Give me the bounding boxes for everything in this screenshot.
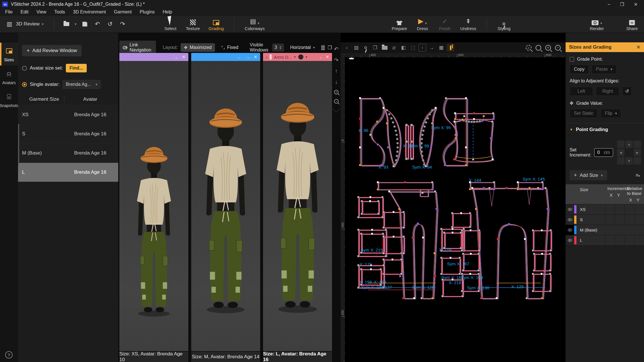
dress-button[interactable]: ▶▾ Dress [413, 16, 432, 32]
restore-button[interactable]: ❐ [620, 2, 624, 7]
zoom-out-icon[interactable]: − [334, 99, 339, 104]
add-size-button[interactable]: +Add Size▾ [570, 170, 607, 180]
layout-maximized-button[interactable]: ✥ Maximized [181, 43, 215, 52]
menu-view[interactable]: View [33, 9, 50, 15]
avatar-viewport-xs[interactable] [119, 61, 188, 351]
align-left-button[interactable]: Left [570, 87, 593, 96]
history-button[interactable]: ↺ [106, 20, 114, 28]
zoom-out-2d-icon[interactable]: − [555, 45, 561, 51]
avatar-thumb-icon[interactable] [298, 54, 303, 60]
grade-point-checkbox[interactable] [570, 57, 574, 62]
menu-plugins[interactable]: Plugins [136, 9, 158, 15]
styling-button[interactable]: Styling [495, 16, 513, 32]
orbit-right-icon[interactable]: ↷ [334, 57, 339, 64]
nudge-left-button[interactable]: ◀ [617, 149, 625, 156]
measure-icon[interactable] [270, 54, 272, 60]
table-scrollbar[interactable] [18, 124, 19, 164]
align-right-button[interactable]: Right [596, 87, 619, 96]
mode-selector[interactable]: ▥ 3D Review▾ [3, 18, 46, 30]
arrow-left-icon[interactable]: ← [319, 55, 323, 60]
window-title-dropdown[interactable]: Arms D... [274, 55, 292, 60]
sidebar-item-avatars[interactable]: ⍾ Avatars [0, 66, 18, 88]
visibility-eye-icon[interactable] [566, 215, 574, 225]
table-row-m-base[interactable]: M (Base)Brenda Age 16 [18, 143, 118, 163]
orientation-select[interactable]: Horizontal▾ [287, 43, 318, 52]
open-folder-button[interactable] [62, 20, 71, 28]
menu-file[interactable]: File [2, 9, 16, 15]
share-button[interactable]: sz Share [623, 16, 641, 32]
arrow-left-icon[interactable]: ← [237, 55, 241, 60]
collapse-section-icon[interactable]: ▼ [570, 128, 573, 132]
window-icon[interactable]: ❒ [371, 44, 379, 52]
menu-tools[interactable]: Tools [51, 9, 68, 15]
avatar-viewport-l[interactable] [263, 61, 332, 351]
set-static-button[interactable]: Set Static [570, 109, 598, 118]
marquee-icon[interactable]: ⬚ [409, 44, 417, 52]
size-list-menu-icon[interactable]: ≡▾ [636, 173, 640, 178]
arrow-mode-icon[interactable]: → [428, 44, 436, 52]
pin-tool-icon[interactable] [362, 44, 370, 52]
nudge-down-button[interactable]: ▼ [625, 157, 633, 165]
menu-3d-environment[interactable]: 3D Environment [70, 9, 109, 15]
nudge-up-button[interactable]: ▲ [625, 141, 633, 148]
half-shade-icon[interactable]: ◧ [400, 44, 407, 52]
zoom-area-icon[interactable]: ⌕ [526, 45, 532, 51]
colorways-button[interactable]: ▤▾ Colorways [242, 16, 267, 32]
close-window-icon[interactable]: ✕ [325, 54, 329, 60]
flip-button[interactable]: Flip▾ [600, 109, 621, 118]
help-button[interactable]: ? [5, 351, 13, 359]
ruler-tool-icon[interactable] [447, 44, 455, 52]
arrow-right-icon[interactable]: → [245, 55, 250, 60]
add-review-window-button[interactable]: + Add Review Window [22, 45, 82, 56]
undo-button[interactable]: ↶ [93, 20, 102, 28]
avatar-size-set-radio[interactable] [22, 66, 27, 71]
undress-button[interactable]: ⇞ Undress [458, 16, 479, 32]
stitch-icon[interactable]: ⧄ [390, 44, 398, 52]
find-button[interactable]: Find... [66, 64, 87, 72]
zoom-in-icon[interactable]: + [334, 90, 339, 94]
redo-button[interactable]: ↷ [118, 20, 127, 28]
close-window-icon[interactable]: ✕ [254, 54, 257, 60]
visibility-eye-icon[interactable] [566, 204, 574, 214]
open-chevron[interactable]: ▾ [75, 22, 76, 26]
texture-tool-button[interactable]: Texture [183, 16, 202, 32]
pattern-canvas[interactable]: 4005006000100200X: 96Sym X: 95X: 98Sym X… [341, 53, 565, 362]
orbit-left-icon[interactable]: ↶ [334, 46, 339, 52]
menu-edit[interactable]: Edit [17, 9, 32, 15]
size-row-s[interactable]: S [566, 214, 644, 225]
close-button[interactable]: ✕ [634, 2, 638, 7]
avatar-viewport-m[interactable] [191, 61, 260, 351]
table-row-s[interactable]: SBrenda Age 16 [18, 124, 118, 143]
single-avatar-radio[interactable] [22, 82, 27, 87]
nudge-right-button[interactable]: ▶ [634, 149, 641, 156]
paste-button[interactable]: Paste▾ [592, 65, 617, 74]
float-window-icon[interactable]: ❒ [328, 45, 332, 51]
layout-list-icon[interactable] [321, 45, 325, 50]
size-row-xs[interactable]: XS [566, 204, 644, 214]
sidebar-item-sizes[interactable]: Sizes [0, 43, 18, 66]
chevron-left-icon[interactable]: ‹ [266, 55, 267, 60]
minimize-button[interactable]: – [608, 2, 610, 7]
grid-icon[interactable]: ▦ [437, 44, 445, 52]
menu-help[interactable]: Help [159, 9, 176, 15]
table-row-xs[interactable]: XSBrenda Age 16 [18, 105, 118, 124]
pan-down-icon[interactable]: ↓ [335, 79, 338, 85]
visible-windows-stepper[interactable]: 3 ▲▼ [272, 43, 284, 52]
visibility-eye-icon[interactable] [566, 225, 574, 235]
table-row-l[interactable]: LBrenda Age 16 [18, 163, 118, 182]
link-navigation-button[interactable]: Link Navigation [119, 41, 156, 54]
copy-button[interactable]: Copy [570, 65, 589, 74]
fit-view-icon[interactable]: ⋱⋰ [333, 108, 340, 112]
layout-fixed-button[interactable]: ⌜⌟ Fixed [218, 43, 242, 52]
select-tool-button[interactable]: Select [161, 16, 179, 32]
zoom-fit-icon[interactable] [536, 45, 541, 51]
arrow-right-icon[interactable]: → [173, 55, 178, 60]
sidebar-item-snapshots[interactable]: ⌻ Snapshots [0, 88, 18, 111]
zoom-in-2d-icon[interactable]: + [545, 45, 551, 51]
size-row-m-base[interactable]: M (Base) [566, 225, 644, 235]
info-icon[interactable]: i [418, 44, 426, 52]
fabric-icon[interactable]: ▨ [352, 44, 360, 52]
close-panel-icon[interactable]: ✕ [636, 44, 641, 50]
visibility-eye-icon[interactable] [566, 235, 574, 245]
render-button[interactable]: ▾ Render [588, 16, 606, 32]
